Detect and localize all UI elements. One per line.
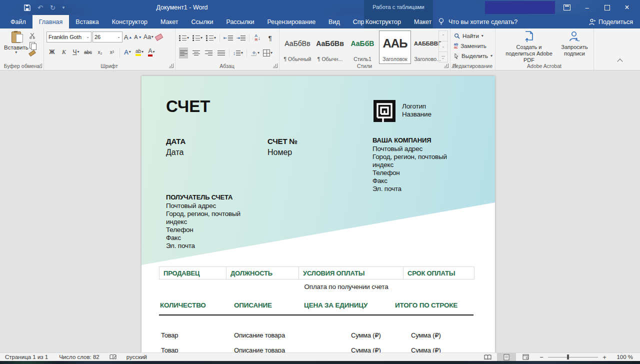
- window-controls: – ×: [557, 0, 637, 15]
- document-page[interactable]: СЧЕТ Логотип Название ДАТА Дата СЧЕТ № Н…: [142, 76, 495, 352]
- word-count[interactable]: Число слов: 82: [59, 354, 100, 360]
- invoice-number-value[interactable]: Номер: [268, 148, 292, 157]
- tab-table-layout[interactable]: Макет: [408, 18, 438, 26]
- read-mode-icon[interactable]: [478, 353, 497, 361]
- create-pdf-button[interactable]: Создать и поделиться Adobe PDF: [501, 31, 557, 64]
- zoom-out-icon[interactable]: −: [535, 354, 548, 361]
- invoice-info-table[interactable]: ПРОДАВЕЦ ДОЛЖНОСТЬ УСЛОВИЯ ОПЛАТЫ СРОК О…: [159, 266, 474, 280]
- select-button[interactable]: Выделить▾: [450, 51, 495, 61]
- group-editing: Найти▾ abac Заменить Выделить▾ Редактиро…: [450, 28, 496, 70]
- cut-icon[interactable]: [29, 32, 36, 39]
- style-normal[interactable]: АаБбВв ¶ Обычный: [282, 30, 314, 64]
- borders-icon[interactable]: ▾: [263, 48, 272, 58]
- line-spacing-icon[interactable]: ↕▾: [233, 48, 243, 58]
- numbering-icon[interactable]: ▾: [192, 32, 202, 44]
- tab-design[interactable]: Конструктор: [106, 15, 154, 28]
- font-name-combo[interactable]: Franklin Goth⌄: [46, 32, 92, 42]
- account-area-redacted: [485, 1, 555, 14]
- change-case-button[interactable]: Аа▾: [144, 32, 154, 42]
- contextual-tab-group-label: Работа с таблицами: [364, 4, 433, 10]
- styles-dialog-launcher[interactable]: [444, 64, 448, 68]
- shading-icon[interactable]: ▾: [250, 48, 260, 58]
- multilevel-list-icon[interactable]: ▾: [206, 32, 216, 44]
- font-color-button[interactable]: А▾: [147, 46, 156, 58]
- date-value[interactable]: Дата: [166, 148, 184, 157]
- tab-view[interactable]: Вид: [322, 15, 346, 28]
- copy-icon[interactable]: [30, 42, 35, 48]
- superscript-button[interactable]: x²: [108, 46, 116, 58]
- group-label-font: Шрифт: [44, 63, 175, 69]
- decrease-indent-icon[interactable]: ⇤: [224, 32, 233, 44]
- strikethrough-button[interactable]: abc: [84, 46, 92, 58]
- bill-to-label: ПОЛУЧАТЕЛЬ СЧЕТА: [166, 194, 256, 201]
- print-layout-icon[interactable]: [497, 353, 516, 361]
- tab-references[interactable]: Ссылки: [184, 15, 220, 28]
- font-dialog-launcher[interactable]: [169, 64, 174, 68]
- grow-font-button[interactable]: А▲: [124, 32, 132, 42]
- align-left-icon[interactable]: [179, 48, 188, 58]
- minimize-icon[interactable]: –: [577, 0, 597, 15]
- justify-icon[interactable]: [216, 48, 226, 58]
- items-header-unit-price: ЦЕНА ЗА ЕДИНИЦУ: [304, 302, 368, 309]
- tab-layout[interactable]: Макет: [154, 15, 184, 28]
- date-label: ДАТА: [166, 137, 186, 146]
- align-center-icon[interactable]: [192, 48, 200, 58]
- proofing-icon[interactable]: [110, 354, 116, 360]
- style-normal2[interactable]: АаБбВв ¶ Обычн...: [314, 30, 346, 64]
- tab-table-design[interactable]: Конструктор: [359, 18, 408, 26]
- ribbon-display-options-icon[interactable]: [557, 0, 577, 15]
- font-size-combo[interactable]: 26⌄: [92, 32, 122, 42]
- align-right-icon[interactable]: [204, 48, 213, 58]
- tell-me-label: Что вы хотите сделать?: [448, 18, 518, 26]
- styles-scroll-up-icon[interactable]: ⌃: [439, 31, 448, 42]
- share-button[interactable]: Поделиться: [589, 15, 633, 28]
- paste-button[interactable]: Вставить ▾: [4, 32, 28, 54]
- show-paragraph-marks-icon[interactable]: ¶: [266, 32, 274, 44]
- styles-scroll-down-icon[interactable]: ⌄: [439, 42, 448, 52]
- bill-to-lines[interactable]: Почтовый адрес Город, регион, почтовый и…: [166, 202, 256, 250]
- editing-dialog-launcher[interactable]: [452, 64, 456, 68]
- tab-file[interactable]: Файл: [4, 15, 32, 28]
- format-painter-icon[interactable]: [28, 50, 36, 56]
- company-lines[interactable]: Почтовый адрес Город, регион, почтовый и…: [372, 145, 462, 193]
- shrink-font-button[interactable]: А▼: [134, 32, 142, 42]
- clear-formatting-button[interactable]: [154, 32, 164, 42]
- maximize-icon[interactable]: [597, 0, 617, 15]
- paragraph-dialog-launcher[interactable]: [273, 64, 278, 68]
- tab-insert[interactable]: Вставка: [69, 15, 105, 28]
- increase-indent-icon[interactable]: ⇥: [236, 32, 246, 44]
- styles-gallery-more-icon[interactable]: —⌄: [439, 52, 448, 62]
- subscript-button[interactable]: x₂: [96, 46, 104, 58]
- language-indicator[interactable]: русский: [126, 354, 147, 360]
- italic-button[interactable]: К: [60, 46, 68, 58]
- close-icon[interactable]: ×: [617, 0, 637, 15]
- bullets-icon[interactable]: ▾: [179, 32, 189, 44]
- zoom-slider[interactable]: [548, 353, 598, 361]
- find-button[interactable]: Найти▾: [450, 31, 495, 41]
- zoom-in-icon[interactable]: +: [598, 354, 611, 361]
- bold-button[interactable]: Ж: [48, 46, 56, 58]
- zoom-level[interactable]: 100 %: [611, 354, 633, 360]
- tab-mailings[interactable]: Рассылки: [220, 15, 260, 28]
- sort-icon[interactable]: АЯ↓: [253, 32, 262, 44]
- tab-review[interactable]: Рецензирование: [261, 15, 322, 28]
- tab-home[interactable]: Главная: [32, 15, 70, 28]
- chevron-down-icon: ⌄: [86, 35, 90, 39]
- page-indicator[interactable]: Страница 1 из 1: [5, 354, 48, 360]
- items-header-description: ОПИСАНИЕ: [234, 302, 272, 309]
- replace-button[interactable]: abac Заменить: [450, 41, 495, 51]
- style-style1[interactable]: АаБбВ Стиль1: [346, 30, 378, 64]
- search-icon: [454, 33, 460, 39]
- highlight-button[interactable]: ab▾: [135, 46, 144, 58]
- eraser-icon: [155, 34, 164, 41]
- underline-button[interactable]: Ч▾: [72, 46, 80, 58]
- text-effects-button[interactable]: А▾: [123, 46, 132, 58]
- request-signatures-button[interactable]: Запросить подписи: [559, 31, 590, 57]
- company-logo-icon: [372, 99, 396, 123]
- payment-note[interactable]: Оплата по получении счета: [159, 283, 474, 290]
- style-title[interactable]: ААЬ Заголовок: [379, 30, 411, 64]
- clipboard-dialog-launcher[interactable]: [38, 64, 42, 68]
- tell-me-box[interactable]: Что вы хотите сделать?: [438, 15, 518, 28]
- web-layout-icon[interactable]: [516, 353, 535, 361]
- zoom-slider-handle[interactable]: [567, 354, 569, 360]
